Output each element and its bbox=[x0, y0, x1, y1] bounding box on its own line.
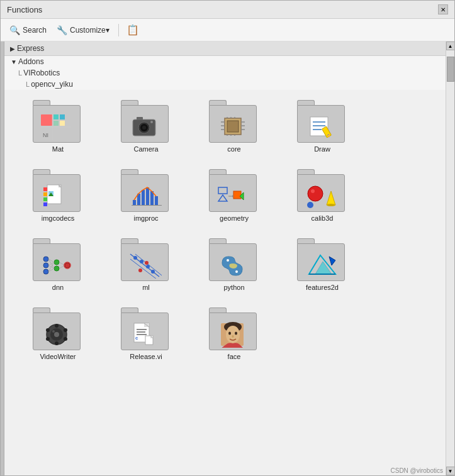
geometry-svg bbox=[216, 182, 250, 209]
icon-item-camera[interactable]: Camera bbox=[105, 96, 187, 155]
svg-point-83 bbox=[138, 268, 142, 272]
svg-point-116 bbox=[235, 331, 237, 335]
scroll-track[interactable] bbox=[446, 50, 455, 467]
opencv-label: opencv_yiku bbox=[31, 80, 73, 89]
customize-button[interactable]: 🔧 Customize▾ bbox=[53, 23, 113, 37]
watermark: CSDN @virobotics bbox=[4, 466, 446, 475]
svg-point-114 bbox=[226, 326, 240, 343]
imgproc-svg bbox=[128, 182, 162, 209]
calib3d-label: calib3d bbox=[312, 214, 334, 222]
svg-point-66 bbox=[54, 266, 59, 271]
videowriter-label: VideoWriter bbox=[40, 353, 76, 360]
folder-python bbox=[209, 237, 259, 281]
svg-point-57 bbox=[308, 186, 323, 201]
svg-point-84 bbox=[145, 261, 149, 265]
tree-row-addons[interactable]: ▼ Addons bbox=[4, 56, 446, 67]
svg-point-67 bbox=[65, 263, 70, 268]
svg-point-100 bbox=[64, 337, 67, 341]
svg-marker-52 bbox=[218, 195, 227, 201]
svg-point-101 bbox=[52, 330, 55, 333]
videowriter-svg bbox=[40, 321, 74, 348]
svg-rect-51 bbox=[218, 187, 227, 194]
imgcodecs-svg bbox=[40, 182, 74, 209]
svg-rect-44 bbox=[132, 205, 162, 206]
svg-marker-89 bbox=[315, 262, 332, 274]
icon-item-calib3d[interactable]: calib3d bbox=[281, 165, 363, 224]
book-icon[interactable]: 📋 bbox=[124, 23, 142, 37]
svg-rect-40 bbox=[43, 197, 47, 201]
camera-label: Camera bbox=[133, 145, 158, 153]
tree-row-opencv[interactable]: L opencv_yiku bbox=[4, 79, 446, 90]
icon-item-features2d[interactable]: features2d bbox=[281, 235, 363, 294]
svg-point-62 bbox=[43, 257, 48, 262]
svg-point-65 bbox=[54, 260, 59, 265]
icon-item-ml[interactable]: ml bbox=[105, 235, 187, 294]
icon-item-draw[interactable]: Draw bbox=[281, 96, 363, 155]
svg-point-87 bbox=[235, 270, 238, 273]
folder-imgproc bbox=[121, 168, 171, 212]
express-expand-icon[interactable]: ▶ bbox=[8, 44, 17, 53]
window-title: Functions bbox=[7, 5, 42, 14]
toolbar: 🔍 Search 🔧 Customize▾ 📋 bbox=[1, 19, 454, 42]
folder-videowriter bbox=[33, 306, 83, 350]
svg-rect-41 bbox=[43, 202, 47, 206]
svg-point-117 bbox=[232, 335, 234, 338]
icon-item-release[interactable]: c Release.vi bbox=[105, 304, 187, 363]
ml-svg bbox=[128, 252, 162, 279]
svg-marker-59 bbox=[327, 191, 335, 205]
icon-item-geometry[interactable]: geometry bbox=[193, 165, 275, 224]
tree-row-express[interactable]: ▶ Express bbox=[4, 42, 446, 56]
features2d-svg bbox=[304, 252, 338, 279]
addons-expand-icon[interactable]: ▼ bbox=[9, 57, 18, 66]
svg-point-82 bbox=[146, 265, 150, 268]
icon-item-dnn[interactable]: dnn bbox=[17, 235, 99, 294]
scrollbar[interactable]: ▲ ▼ bbox=[446, 42, 454, 475]
icon-item-imgproc[interactable]: imgproc bbox=[105, 165, 187, 224]
icon-item-videowriter[interactable]: VideoWriter bbox=[17, 304, 99, 363]
geometry-label: geometry bbox=[220, 214, 249, 222]
dnn-label: dnn bbox=[52, 284, 64, 291]
svg-point-81 bbox=[140, 260, 143, 263]
icons-grid: NI Mat bbox=[17, 96, 439, 363]
svg-rect-12 bbox=[137, 117, 143, 120]
svg-rect-1 bbox=[53, 114, 59, 119]
folder-imgcodecs bbox=[33, 168, 83, 212]
svg-text:NI: NI bbox=[43, 132, 48, 138]
mat-svg: NI bbox=[40, 113, 74, 140]
tree-row-virobotics[interactable]: L VIRobotics bbox=[4, 67, 446, 79]
calib3d-svg bbox=[304, 182, 338, 209]
svg-point-85 bbox=[151, 270, 155, 274]
icon-item-python[interactable]: python bbox=[193, 235, 275, 294]
python-label: python bbox=[223, 284, 244, 291]
svg-rect-47 bbox=[142, 190, 145, 205]
svg-rect-45 bbox=[133, 200, 136, 205]
svg-point-97 bbox=[46, 328, 50, 332]
scroll-up-arrow[interactable]: ▲ bbox=[446, 42, 455, 50]
svg-line-78 bbox=[135, 254, 162, 275]
search-button[interactable]: 🔍 Search bbox=[6, 23, 50, 37]
scroll-down-arrow[interactable]: ▼ bbox=[446, 467, 455, 475]
folder-draw bbox=[297, 99, 347, 143]
python-svg bbox=[216, 252, 250, 279]
scroll-thumb[interactable] bbox=[447, 57, 454, 82]
svg-rect-53 bbox=[233, 191, 241, 199]
close-button[interactable]: ✕ bbox=[438, 4, 448, 14]
svg-point-94 bbox=[54, 332, 59, 337]
folder-geometry bbox=[209, 168, 259, 212]
icon-item-core[interactable]: core bbox=[193, 96, 275, 155]
icon-item-mat[interactable]: NI Mat bbox=[17, 96, 99, 155]
svg-point-98 bbox=[64, 328, 67, 332]
svg-point-13 bbox=[150, 121, 153, 123]
svg-rect-39 bbox=[43, 192, 47, 196]
svg-point-63 bbox=[43, 263, 48, 268]
face-svg bbox=[216, 321, 250, 348]
imgcodecs-label: imgcodecs bbox=[42, 214, 75, 222]
icons-scroll-area[interactable]: NI Mat bbox=[4, 90, 446, 466]
release-label: Release.vi bbox=[130, 353, 162, 360]
icon-item-face[interactable]: face bbox=[193, 304, 275, 363]
imgproc-label: imgproc bbox=[133, 214, 158, 222]
svg-rect-3 bbox=[53, 121, 59, 126]
svg-point-61 bbox=[307, 202, 313, 208]
icon-item-imgcodecs[interactable]: imgcodecs bbox=[17, 165, 99, 224]
addons-label: Addons bbox=[18, 57, 44, 66]
